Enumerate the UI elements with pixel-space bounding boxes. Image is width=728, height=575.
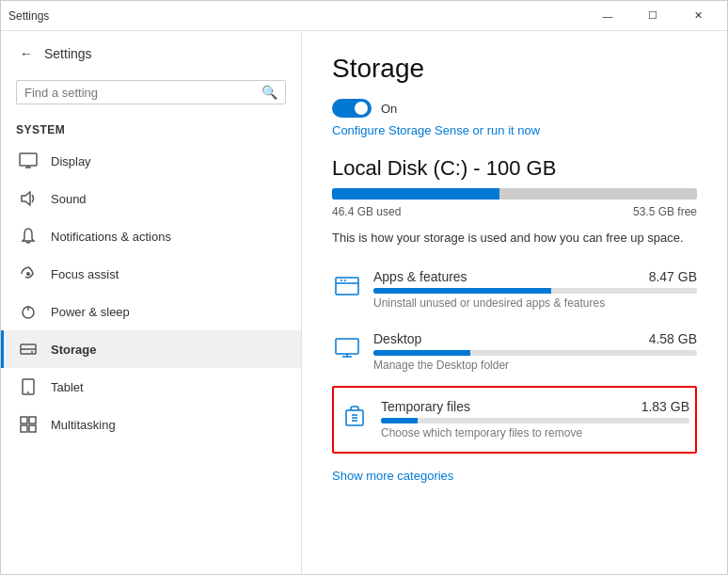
desktop-bar xyxy=(373,350,697,356)
tablet-icon xyxy=(19,377,38,396)
configure-link[interactable]: Configure Storage Sense or run it now xyxy=(332,123,697,137)
apps-body: Apps & features 8.47 GB Uninstall unused… xyxy=(373,269,697,310)
title-bar-controls: — ☐ ✕ xyxy=(586,1,720,31)
sidebar-item-sound[interactable]: Sound xyxy=(1,180,301,217)
sidebar-item-label-display: Display xyxy=(51,154,91,168)
apps-desc: Uninstall unused or undesired apps & fea… xyxy=(373,296,697,310)
storage-item-temp: Temporary files 1.83 GB Choose which tem… xyxy=(340,391,689,448)
search-input[interactable] xyxy=(24,86,261,100)
desktop-icon xyxy=(332,333,362,363)
sidebar-item-power[interactable]: Power & sleep xyxy=(1,293,301,330)
storage-temp-wrapper: Temporary files 1.83 GB Choose which tem… xyxy=(332,386,697,454)
storage-icon xyxy=(19,340,38,359)
sidebar-item-multitasking[interactable]: Multitasking xyxy=(1,406,301,443)
power-icon xyxy=(19,302,38,321)
svg-rect-13 xyxy=(29,417,36,423)
storage-item-desktop: Desktop 4.58 GB Manage the Desktop folde… xyxy=(332,324,697,380)
temp-header: Temporary files 1.83 GB xyxy=(381,399,689,414)
svg-rect-20 xyxy=(336,339,358,354)
disk-description: This is how your storage is used and how… xyxy=(332,230,697,247)
disk-usage-row: 46.4 GB used 53.5 GB free xyxy=(332,205,697,218)
app-title: Settings xyxy=(44,46,92,61)
apps-header: Apps & features 8.47 GB xyxy=(373,269,697,284)
svg-rect-15 xyxy=(29,425,36,432)
desktop-bar-fill xyxy=(373,350,470,356)
sidebar-item-storage[interactable]: Storage xyxy=(1,330,301,368)
disk-title: Local Disk (C:) - 100 GB xyxy=(332,156,697,181)
sidebar-item-tablet[interactable]: Tablet xyxy=(1,368,301,406)
sidebar-item-label-focus: Focus assist xyxy=(51,267,119,281)
disk-bar xyxy=(332,188,697,200)
temp-bar xyxy=(381,418,689,423)
storage-item-apps: Apps & features 8.47 GB Uninstall unused… xyxy=(332,262,697,318)
storage-desktop-wrapper: Desktop 4.58 GB Manage the Desktop folde… xyxy=(332,324,697,380)
sidebar-item-label-sound: Sound xyxy=(51,192,87,206)
temp-icon xyxy=(340,401,370,431)
temp-body: Temporary files 1.83 GB Choose which tem… xyxy=(381,399,689,439)
disk-bar-fill xyxy=(332,188,499,200)
temp-size: 1.83 GB xyxy=(641,399,689,414)
svg-point-11 xyxy=(27,391,29,393)
close-button[interactable]: ✕ xyxy=(676,1,720,31)
notifications-icon xyxy=(19,227,38,246)
settings-window: Settings — ☐ ✕ ← Settings 🔍 System xyxy=(0,0,728,575)
svg-point-4 xyxy=(26,272,30,276)
title-bar-left: Settings xyxy=(8,9,49,23)
temp-desc: Choose which temporary files to remove xyxy=(381,426,689,439)
desktop-body: Desktop 4.58 GB Manage the Desktop folde… xyxy=(373,331,697,372)
disk-free: 53.5 GB free xyxy=(633,205,697,218)
svg-marker-3 xyxy=(22,192,30,205)
svg-rect-12 xyxy=(21,417,27,423)
apps-icon xyxy=(332,271,362,301)
desktop-name[interactable]: Desktop xyxy=(373,331,421,346)
storage-apps-wrapper: Apps & features 8.47 GB Uninstall unused… xyxy=(332,262,697,318)
search-icon[interactable]: 🔍 xyxy=(261,85,277,100)
sidebar-item-label-multitasking: Multitasking xyxy=(51,418,116,432)
apps-name[interactable]: Apps & features xyxy=(373,269,467,284)
storage-sense-toggle-row: On xyxy=(332,99,697,118)
svg-rect-14 xyxy=(21,425,27,432)
svg-point-9 xyxy=(31,351,33,353)
sidebar-item-display[interactable]: Display xyxy=(1,142,301,180)
desktop-desc: Manage the Desktop folder xyxy=(373,359,697,372)
title-bar: Settings — ☐ ✕ xyxy=(1,1,727,31)
sidebar-nav-top: ← Settings xyxy=(1,31,301,72)
desktop-header: Desktop 4.58 GB xyxy=(373,331,697,346)
maximize-button[interactable]: ☐ xyxy=(631,1,674,31)
apps-bar-fill xyxy=(373,288,551,294)
title-bar-title: Settings xyxy=(8,9,49,23)
svg-rect-16 xyxy=(336,278,358,295)
sound-icon xyxy=(19,189,38,208)
toggle-label: On xyxy=(381,102,397,116)
display-icon xyxy=(19,152,38,170)
search-box: 🔍 xyxy=(16,80,286,104)
sidebar-item-notifications[interactable]: Notifications & actions xyxy=(1,217,301,255)
system-section-label: System xyxy=(1,112,301,142)
sidebar: ← Settings 🔍 System Display xyxy=(1,31,302,574)
storage-sense-toggle[interactable] xyxy=(332,99,372,118)
temp-name[interactable]: Temporary files xyxy=(381,399,470,414)
toggle-knob xyxy=(355,102,368,115)
sidebar-item-focus[interactable]: Focus assist xyxy=(1,255,301,293)
sidebar-item-label-power: Power & sleep xyxy=(51,305,130,319)
disk-used: 46.4 GB used xyxy=(332,205,401,218)
sidebar-item-label-tablet: Tablet xyxy=(51,380,84,394)
main-panel: Storage On Configure Storage Sense or ru… xyxy=(302,31,727,574)
temp-bar-fill xyxy=(381,418,418,423)
apps-size: 8.47 GB xyxy=(649,269,697,284)
sidebar-item-label-storage: Storage xyxy=(51,343,96,357)
show-more-link[interactable]: Show more categories xyxy=(332,469,453,483)
back-button[interactable]: ← xyxy=(16,42,37,65)
svg-rect-0 xyxy=(20,153,37,166)
multitasking-icon xyxy=(19,415,38,434)
sidebar-item-label-notifications: Notifications & actions xyxy=(51,230,171,244)
focus-icon xyxy=(19,264,38,283)
minimize-button[interactable]: — xyxy=(586,1,629,31)
apps-bar xyxy=(373,288,697,294)
desktop-size: 4.58 GB xyxy=(649,331,697,346)
page-title: Storage xyxy=(332,54,697,84)
content-area: ← Settings 🔍 System Display xyxy=(1,31,727,574)
